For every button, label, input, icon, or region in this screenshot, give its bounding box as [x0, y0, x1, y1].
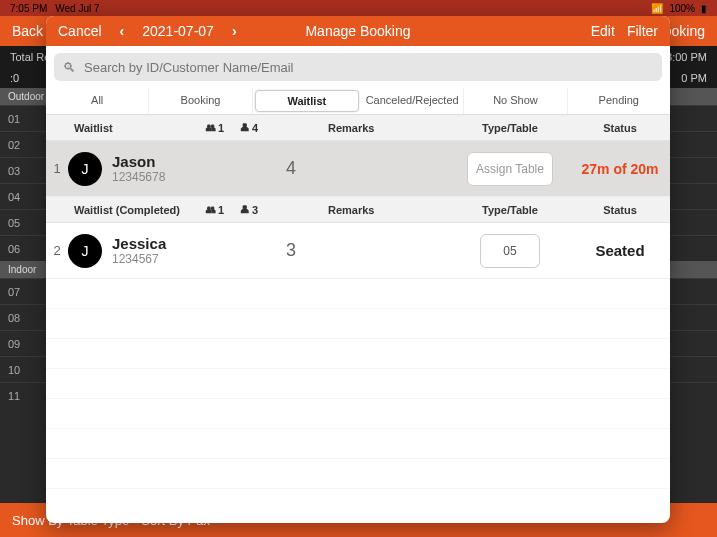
bg-time-right: 3:00 PM	[666, 51, 707, 63]
customer-name: Jason	[112, 153, 165, 170]
next-date-button[interactable]: ›	[232, 23, 237, 39]
status-time: 7:05 PM	[10, 3, 47, 14]
wifi-icon: 📶	[651, 3, 663, 14]
status-date: Wed Jul 7	[55, 3, 99, 14]
row-index: 2	[46, 243, 68, 258]
section-header-completed: Waitlist (Completed) 👥︎1 👤︎3 Remarks Typ…	[46, 197, 670, 223]
search-icon: 🔍︎	[63, 60, 76, 75]
status-label: Status	[570, 122, 670, 134]
empty-row	[46, 399, 670, 429]
empty-row	[46, 429, 670, 459]
pax-count: 3	[266, 240, 316, 261]
waitlist-row[interactable]: 1 J Jason 12345678 4 Assign Table 27m of…	[46, 141, 670, 197]
prev-date-button[interactable]: ‹	[120, 23, 125, 39]
status-label: Status	[570, 204, 670, 216]
tab-waitlist[interactable]: Waitlist	[255, 90, 359, 112]
avatar: J	[68, 234, 102, 268]
battery-icon: ▮	[701, 3, 707, 14]
bg-t1: 0 PM	[681, 72, 707, 84]
customer-name: Jessica	[112, 235, 166, 252]
remarks-label: Remarks	[316, 204, 450, 216]
groups-icon: 👥︎	[206, 122, 216, 133]
bg-total: Total Re	[10, 51, 50, 63]
bg-t0: :0	[10, 72, 19, 84]
pax-count: 4	[266, 158, 316, 179]
filter-button[interactable]: Filter	[627, 23, 658, 39]
section-title: Waitlist (Completed)	[68, 204, 198, 216]
tab-noshow[interactable]: No Show	[464, 88, 567, 114]
empty-row	[46, 279, 670, 309]
type-label: Type/Table	[450, 204, 570, 216]
groups-count: 1	[218, 204, 224, 216]
search-input[interactable]	[54, 53, 662, 81]
avatar: J	[68, 152, 102, 186]
tab-all[interactable]: All	[46, 88, 149, 114]
date-label[interactable]: 2021-07-07	[142, 23, 214, 39]
tab-booking[interactable]: Booking	[149, 88, 252, 114]
empty-row	[46, 369, 670, 399]
tab-cancelled[interactable]: Canceled/Rejected	[361, 88, 464, 114]
person-icon: 👤︎	[240, 122, 250, 133]
person-icon: 👤︎	[240, 204, 250, 215]
status-bar: 7:05 PM Wed Jul 7 📶 100% ▮	[0, 0, 717, 16]
empty-row	[46, 309, 670, 339]
type-label: Type/Table	[450, 122, 570, 134]
assign-table-button[interactable]: Assign Table	[467, 152, 553, 186]
cancel-button[interactable]: Cancel	[58, 23, 102, 39]
customer-id: 12345678	[112, 170, 165, 184]
groups-icon: 👥︎	[206, 204, 216, 215]
people-count: 3	[252, 204, 258, 216]
people-count: 4	[252, 122, 258, 134]
section-header-waitlist: Waitlist 👥︎1 👤︎4 Remarks Type/Table Stat…	[46, 115, 670, 141]
tabs: All Booking Waitlist Canceled/Rejected N…	[46, 88, 670, 115]
section-title: Waitlist	[68, 122, 198, 134]
row-index: 1	[46, 161, 68, 176]
battery-pct: 100%	[669, 3, 695, 14]
tab-pending[interactable]: Pending	[568, 88, 670, 114]
customer-id: 1234567	[112, 252, 166, 266]
seated-status: Seated	[570, 242, 670, 259]
edit-button[interactable]: Edit	[591, 23, 615, 39]
manage-booking-modal: Cancel ‹ 2021-07-07 › Manage Booking Edi…	[46, 16, 670, 523]
waitlist-row[interactable]: 2 J Jessica 1234567 3 05 Seated	[46, 223, 670, 279]
modal-navbar: Cancel ‹ 2021-07-07 › Manage Booking Edi…	[46, 16, 670, 46]
remarks-label: Remarks	[316, 122, 450, 134]
groups-count: 1	[218, 122, 224, 134]
empty-row	[46, 339, 670, 369]
assigned-table[interactable]: 05	[480, 234, 539, 268]
wait-time-status: 27m of 20m	[570, 161, 670, 177]
back-button[interactable]: Back	[12, 23, 43, 39]
empty-row	[46, 459, 670, 489]
